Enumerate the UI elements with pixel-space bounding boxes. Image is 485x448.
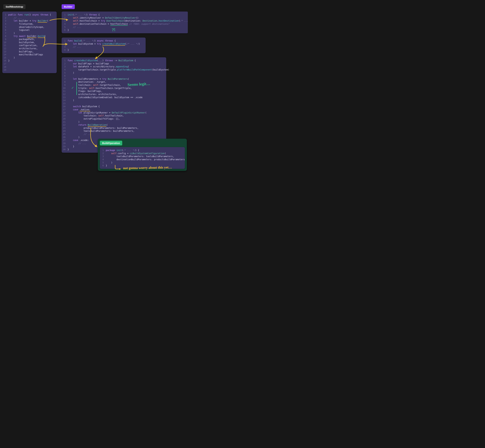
- code-line: 1func createBuildSystem(...) throws -> B…: [63, 59, 164, 62]
- code-text: destinationBuildParameters: productsBuil…: [106, 158, 185, 161]
- code-text: triple: self.hostToolchain.targetTriple,: [68, 87, 164, 90]
- line-number: 2: [63, 42, 68, 46]
- line-number: 22: [63, 123, 68, 127]
- code-text: case .native:: [68, 108, 164, 111]
- code-line: 17 case .native:: [63, 108, 164, 111]
- code-text: ): [8, 56, 54, 59]
- code-text: productsBuildParameters: buildParameters…: [68, 127, 164, 130]
- code-text: }: [8, 59, 54, 62]
- code-line: 4 fileSystem,: [3, 22, 54, 25]
- tab-build-operation[interactable]: BuildOperation: [100, 141, 122, 145]
- line-number: 28: [63, 142, 68, 145]
- code-text: configuration,: [8, 44, 54, 47]
- line-number: 15: [63, 102, 68, 105]
- line-number: 6: [3, 29, 8, 32]
- line-number: 18: [3, 65, 8, 69]
- code-text: toolchain: self.hostToolchain,: [68, 114, 164, 117]
- line-number: 25: [63, 133, 68, 136]
- tab-label: Builder: [64, 5, 73, 8]
- code-line: 2 let buildSystem = try createBuildSyste…: [63, 42, 143, 46]
- code-line: 2 self.config = LLBuildSystemConfigurati…: [101, 152, 183, 155]
- annotation-vertical-bar: [76, 82, 77, 95]
- tab-builder[interactable]: Builder: [62, 4, 75, 9]
- code-line: 5 observabilityScope,: [3, 25, 54, 29]
- code-text: fileSystem,: [8, 22, 54, 25]
- code-text: switch buildSystem {: [68, 105, 164, 108]
- line-number: 17: [3, 62, 8, 65]
- line-number: 27: [63, 139, 68, 142]
- code-line: 3 // ...: [63, 45, 143, 48]
- code-line: 3 toolsBuildParameters: toolsBuildParame…: [101, 155, 183, 158]
- line-number: 13: [63, 96, 68, 99]
- annotation-checkmark-icon: ✓: [72, 86, 74, 90]
- line-number: 6: [63, 74, 68, 77]
- line-number: 5: [63, 25, 68, 29]
- line-number: 1: [3, 13, 8, 16]
- code-line: 23 productsBuildParameters: buildParamet…: [63, 127, 164, 130]
- line-number: 12: [63, 93, 68, 96]
- code-line: 4}: [63, 48, 143, 52]
- line-number: 4: [3, 22, 8, 25]
- code-line: 11 flags: buildFlags,: [63, 90, 164, 93]
- code-text: return BuildOperation(: [68, 123, 164, 127]
- code-text: extraPluginSwiftCFlags: [],: [68, 117, 164, 120]
- code-text: ): [106, 161, 183, 164]
- code-text: init(/* ... */) throws {: [68, 13, 186, 16]
- line-number: 24: [63, 129, 68, 133]
- code-text: ): [68, 71, 164, 74]
- line-number: 3: [101, 155, 106, 158]
- code-line: 7 let buildParameters = try BuildParamet…: [63, 77, 164, 80]
- code-panel-swift-bootstrap: 1public func run() async throws {2 // ..…: [2, 12, 57, 73]
- code-text: let buildParameters = try BuildParameter…: [68, 77, 164, 80]
- line-number: 19: [63, 114, 68, 117]
- code-text: destination: .target,: [68, 80, 164, 83]
- line-number: 3: [3, 19, 8, 22]
- code-text: let builder = try Builder(: [8, 19, 54, 22]
- line-number: 5: [3, 25, 8, 29]
- code-line: 6}: [63, 29, 186, 32]
- code-text: self.config = LLBuildSystemConfiguration…: [106, 152, 183, 155]
- code-text: try await builder.build(: [8, 35, 54, 38]
- code-line: 4 targetToolchain.targetTriple.platformB…: [63, 68, 164, 71]
- code-text: }: [68, 29, 186, 32]
- code-text: observabilityScope,: [8, 25, 54, 29]
- line-number: 14: [3, 53, 8, 56]
- line-number: 3: [63, 45, 68, 48]
- code-line: 16}: [3, 59, 54, 62]
- code-text: [8, 62, 54, 65]
- code-text: package init(/* ... */) {: [106, 149, 183, 152]
- code-line: 15: [63, 102, 164, 105]
- code-line: 13 buildFlags,: [3, 50, 54, 53]
- line-number: 18: [63, 111, 68, 114]
- code-line: 15 ): [3, 56, 54, 59]
- code-line: 26 ): [63, 136, 164, 139]
- line-number: 10: [3, 41, 8, 44]
- line-number: 2: [3, 16, 8, 19]
- line-number: 11: [3, 44, 8, 47]
- line-number: 11: [63, 90, 68, 93]
- code-line: 10 triple: self.hostToolchain.targetTrip…: [63, 87, 164, 90]
- code-line: 18 let pluginScriptRunner = DefaultPlugi…: [63, 111, 164, 114]
- line-number: 4: [63, 68, 68, 71]
- code-line: 6 logLevel: [3, 29, 54, 32]
- code-text: public func run() async throws {: [8, 13, 54, 16]
- line-number: 1: [101, 149, 106, 152]
- code-text: ): [68, 99, 164, 102]
- line-number: 6: [63, 29, 68, 32]
- code-line: 4 self.destinationToolchain = hostToolch…: [63, 22, 186, 25]
- code-line: 2 self.identityResolver = DefaultIdentit…: [63, 16, 186, 19]
- line-number: 3: [63, 19, 68, 22]
- code-text: let buildSystem = try createBuildSystem(…: [68, 42, 143, 46]
- line-number: 12: [3, 47, 8, 50]
- code-text: self.hostToolchain = try UserToolchain(d…: [68, 19, 188, 22]
- code-line: 1func build(/* ... */) async throws {: [63, 39, 143, 42]
- code-line: 6}: [101, 164, 183, 167]
- code-panel-build-operation: 1package init(/* ... */) {2 self.config …: [100, 147, 185, 169]
- code-text: [68, 74, 164, 77]
- tab-swift-bootstrap[interactable]: SwiftBootstrap: [3, 4, 25, 9]
- line-number: 30: [63, 148, 68, 151]
- line-number: 5: [63, 71, 68, 74]
- code-line: 7 ): [3, 32, 54, 35]
- code-line: 18: [3, 65, 54, 69]
- code-line: 3 let builder = try Builder(: [3, 19, 54, 22]
